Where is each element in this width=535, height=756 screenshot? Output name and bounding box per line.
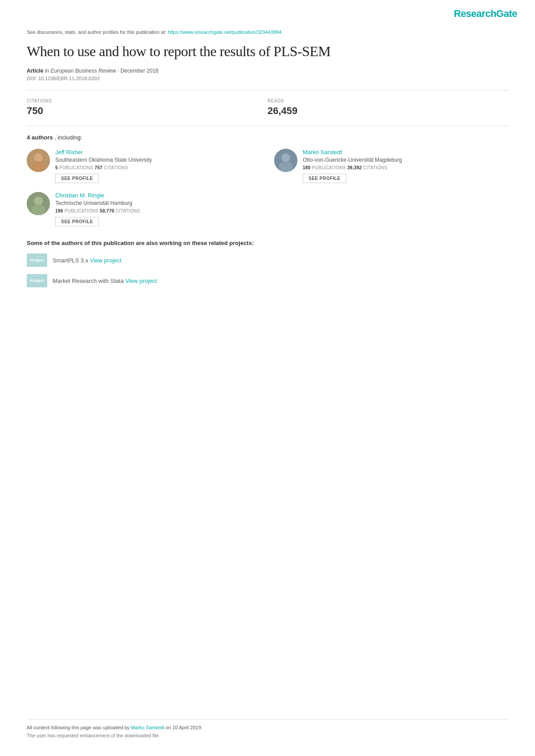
stats-row: Citations 750 Reads 26,459: [27, 98, 508, 117]
project-item-1: Project SmartPLS 3.x View project: [27, 253, 508, 267]
svg-point-4: [281, 153, 290, 162]
main-content: When to use and how to report the result…: [0, 38, 535, 312]
authors-header: 4 authors , including:: [27, 134, 508, 141]
footer-before: All content following this page was uplo…: [27, 725, 131, 730]
header: ResearchGate: [0, 0, 535, 24]
article-in: in: [45, 68, 51, 74]
see-profile-jeff[interactable]: SEE PROFILE: [55, 174, 99, 183]
article-date: December 2018: [120, 68, 158, 74]
svg-point-1: [34, 153, 43, 162]
author-name-marko[interactable]: Marko Sarstedt: [303, 149, 508, 155]
author-stats-christian: 196 PUBLICATIONS 50,770 CITATIONS: [55, 208, 261, 213]
avatar-marko: [274, 149, 297, 172]
project-badge-2: Project: [27, 274, 47, 287]
avatar-christian: [27, 192, 50, 215]
avatar-jeff: [27, 149, 50, 172]
svg-point-7: [34, 196, 43, 205]
divider-1: [27, 90, 508, 90]
footer-after: on 10 April 2019.: [165, 725, 202, 730]
article-title: When to use and how to report the result…: [27, 43, 508, 60]
top-notice: See discussions, stats, and author profi…: [0, 24, 535, 38]
marko-citations: 39,392: [347, 165, 362, 170]
project-1-text: SmartPLS 3.x: [53, 257, 90, 264]
author-stats-marko: 180 PUBLICATIONS 39,392 CITATIONS: [303, 165, 508, 170]
authors-count: 4 authors: [27, 134, 53, 141]
author-card-christian: Christian M. Ringle Technische Universit…: [27, 192, 261, 226]
project-1-link[interactable]: View project: [90, 257, 122, 264]
reads-block: Reads 26,459: [268, 98, 508, 117]
christian-pub-label: PUBLICATIONS: [65, 208, 100, 213]
jeff-publications: 5: [55, 165, 58, 170]
author-name-jeff[interactable]: Jeff Risher: [55, 149, 261, 155]
author-university-marko: Otto-von-Guericke-Universität Magdeburg: [303, 157, 508, 163]
citations-value: 750: [27, 105, 268, 117]
project-2-link[interactable]: View project: [125, 278, 157, 284]
top-notice-text: See discussions, stats, and author profi…: [27, 29, 168, 35]
author-card-marko: Marko Sarstedt Otto-von-Guericke-Univers…: [274, 149, 508, 183]
project-badge-1: Project: [27, 253, 47, 267]
article-meta: Article in European Business Review · De…: [27, 68, 508, 74]
footer-text: All content following this page was uplo…: [27, 725, 508, 730]
jeff-citations: 757: [95, 165, 103, 170]
citations-label: Citations: [27, 98, 268, 103]
author-university-christian: Technische Universität Hamburg: [55, 200, 261, 206]
authors-grid: Jeff Risher Southeastern Oklahoma State …: [27, 149, 508, 226]
svg-point-2: [31, 161, 45, 172]
author-info-marko: Marko Sarstedt Otto-von-Guericke-Univers…: [303, 149, 508, 183]
jeff-cit-label: CITATIONS: [104, 165, 128, 170]
christian-citations: 50,770: [100, 208, 114, 213]
see-profile-marko[interactable]: SEE PROFILE: [303, 174, 346, 183]
article-doi: DOI: 10.1108/EBR-11-2018-0203: [27, 76, 508, 81]
marko-publications: 180: [303, 165, 311, 170]
footer-divider: [27, 719, 508, 719]
project-item-2: Project Market Research with Stata View …: [27, 274, 508, 287]
page-wrapper: ResearchGate See discussions, stats, and…: [0, 0, 535, 756]
author-name-christian[interactable]: Christian M. Ringle: [55, 192, 261, 199]
author-info-jeff: Jeff Risher Southeastern Oklahoma State …: [55, 149, 261, 183]
project-2-text: Market Research with Stata: [53, 278, 125, 284]
footer: All content following this page was uplo…: [27, 719, 508, 738]
author-university-jeff: Southeastern Oklahoma State University: [55, 157, 261, 163]
svg-point-8: [31, 204, 45, 215]
christian-cit-label: CITATIONS: [115, 208, 140, 213]
reads-value: 26,459: [268, 105, 508, 117]
footer-uploader-link[interactable]: Marko Sarstedt: [131, 725, 165, 730]
author-card-jeff: Jeff Risher Southeastern Oklahoma State …: [27, 149, 261, 183]
jeff-pub-label: PUBLICATIONS: [59, 165, 95, 170]
marko-pub-label: PUBLICATIONS: [312, 165, 347, 170]
article-journal: European Business Review: [50, 68, 116, 74]
article-type: Article: [27, 68, 43, 74]
svg-point-5: [279, 161, 293, 172]
footer-sub: The user has requested enhancement of th…: [27, 733, 508, 738]
see-profile-christian[interactable]: SEE PROFILE: [55, 217, 99, 226]
reads-label: Reads: [268, 98, 508, 103]
marko-cit-label: CITATIONS: [363, 165, 387, 170]
divider-2: [27, 126, 508, 126]
author-stats-jeff: 5 PUBLICATIONS 757 CITATIONS: [55, 165, 261, 170]
researchgate-logo: ResearchGate: [454, 8, 517, 20]
christian-publications: 196: [55, 208, 63, 213]
project-text-2: Market Research with Stata View project: [53, 278, 157, 284]
citations-block: Citations 750: [27, 98, 268, 117]
author-info-christian: Christian M. Ringle Technische Universit…: [55, 192, 261, 226]
authors-including: , including:: [54, 134, 82, 141]
related-projects-header: Some of the authors of this publication …: [27, 240, 508, 246]
project-text-1: SmartPLS 3.x View project: [53, 257, 121, 264]
publication-link[interactable]: https://www.researchgate.net/publication…: [168, 29, 282, 35]
